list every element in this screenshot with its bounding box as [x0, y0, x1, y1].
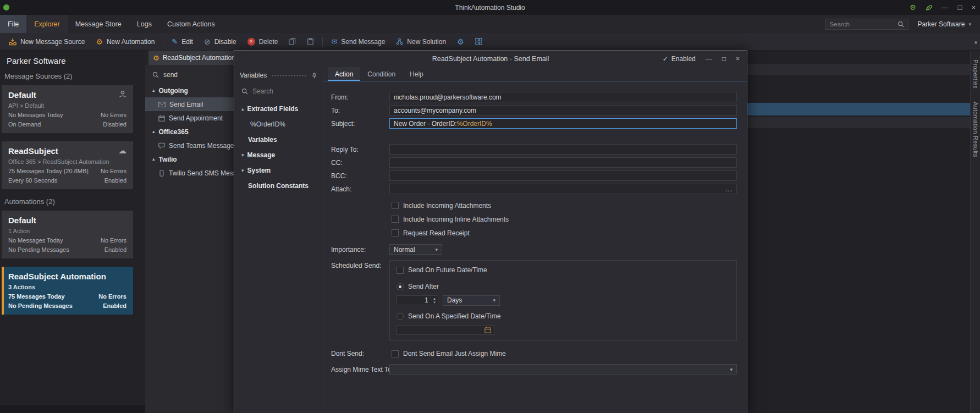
paste-button[interactable] — [301, 33, 320, 51]
send-after-amount-stepper[interactable]: 1 ▴ ▾ — [397, 295, 438, 305]
copy-icon — [289, 38, 296, 45]
new-solution-button[interactable]: New Solution — [390, 33, 452, 51]
vars-item-orderid[interactable]: %OrderID% — [234, 117, 323, 132]
tree-group-office365[interactable]: ▴ Office365 — [145, 125, 235, 139]
importance-select[interactable]: Normal ▾ — [389, 244, 442, 255]
menu-item-file[interactable]: File — [0, 15, 26, 33]
collapse-icon: ▴ — [152, 157, 155, 162]
tree-item-send-email[interactable]: Send Email — [145, 97, 235, 111]
dialog-tabs: Action Condition Help — [323, 67, 747, 81]
menu-item-explorer[interactable]: Explorer — [26, 15, 68, 33]
rail-tab-automation-results[interactable]: Automation Results — [972, 102, 979, 157]
stepper-arrows-icon[interactable]: ▴ ▾ — [431, 296, 438, 305]
dont-send-checkbox[interactable] — [392, 350, 399, 357]
account-menu[interactable]: Parker Software ▾ — [917, 20, 971, 28]
vars-group-solution-constants[interactable]: Solution Constants — [234, 178, 323, 194]
maximize-button[interactable]: □ — [958, 4, 962, 11]
send-on-specified-radio[interactable] — [397, 313, 404, 320]
menu-item-custom-actions[interactable]: Custom Actions — [159, 15, 223, 33]
vars-group-extracted-fields[interactable]: ▴ Extracted Fields — [234, 101, 323, 117]
reply-to-field[interactable] — [389, 144, 737, 155]
minimize-button[interactable]: — — [942, 4, 949, 11]
solution-settings-button[interactable]: ⚙ — [452, 33, 470, 51]
request-read-receipt-checkbox[interactable] — [392, 229, 399, 236]
disable-button[interactable]: ⊘ Disable — [199, 33, 242, 51]
sidebar-footer — [0, 405, 145, 413]
from-field[interactable]: nicholas.proud@parkersoftware.com — [389, 92, 737, 102]
attach-label: Attach: — [323, 185, 389, 193]
edit-button[interactable]: ✎ Edit — [166, 33, 199, 51]
subject-field[interactable]: New Order - OrderID: %OrderID% — [389, 118, 737, 129]
copy-button[interactable] — [283, 33, 301, 51]
bcc-label: BCC: — [323, 172, 389, 180]
actions-search-input[interactable]: send — [145, 65, 235, 84]
new-automation-button[interactable]: ⚙ New Automation — [90, 33, 160, 51]
card-stat-row: No Messages Today No Errors — [8, 112, 126, 118]
tree-group-twilio[interactable]: ▴ Twilio — [145, 152, 235, 166]
dialog-main: Action Condition Help From: nicholas.pro… — [323, 67, 747, 413]
send-email-dialog: ReadSubject Automation - Send Email ✓ En… — [234, 50, 747, 413]
dialog-maximize-button[interactable]: □ — [722, 56, 726, 62]
cc-field[interactable] — [389, 157, 737, 168]
specified-date-input[interactable] — [397, 325, 494, 335]
person-icon — [119, 90, 126, 98]
variables-search-input[interactable]: Search — [234, 84, 323, 101]
card-stat-row: 75 Messages Today No Errors — [8, 293, 126, 300]
menu-item-message-store[interactable]: Message Store — [68, 15, 129, 33]
chevron-down-icon: ▾ — [725, 367, 733, 372]
drag-grip[interactable] — [271, 74, 307, 77]
dialog-close-button[interactable]: × — [736, 56, 740, 62]
message-source-card-readsubject[interactable]: ReadSubject ☁ Office 365 > ReadSubject A… — [2, 141, 133, 189]
include-incoming-inline-attachments-checkbox[interactable] — [392, 216, 399, 223]
tab-condition[interactable]: Condition — [360, 67, 403, 81]
attach-browse-button[interactable]: ... — [725, 185, 733, 193]
delete-button[interactable]: × Delete — [242, 33, 284, 51]
tab-help[interactable]: Help — [403, 67, 431, 81]
document-tab-row: ⚙ ReadSubject Automation* — [145, 51, 235, 65]
message-source-card-default[interactable]: Default API > Default No Messages Today … — [2, 85, 133, 133]
automation-card-default[interactable]: Default 1 Action No Messages Today No Er… — [2, 211, 133, 258]
vars-group-system[interactable]: ▾ System — [234, 163, 323, 178]
collapse-ribbon-icon[interactable]: ▴ — [975, 38, 980, 45]
to-field[interactable]: accounts@mycompany.com — [389, 105, 737, 115]
vars-group-variables[interactable]: Variables — [234, 132, 323, 147]
settings-gear-icon[interactable]: ⚙ — [910, 4, 916, 11]
gear-icon: ⚙ — [457, 38, 464, 46]
attach-field[interactable]: ... — [389, 184, 737, 194]
new-message-source-button[interactable]: New Message Source — [3, 33, 90, 51]
assign-mime-select[interactable]: ▾ — [389, 364, 737, 375]
automation-card-readsubject[interactable]: ReadSubject Automation 3 Actions 75 Mess… — [2, 267, 133, 315]
dialog-minimize-button[interactable]: — — [706, 56, 712, 62]
leaf-icon[interactable] — [926, 4, 932, 11]
tab-action[interactable]: Action — [328, 67, 360, 81]
send-after-radio[interactable] — [397, 283, 404, 290]
send-after-unit-select[interactable]: Days ▾ — [443, 295, 500, 306]
chevron-down-icon: ▾ — [431, 247, 438, 252]
tree-item-twilio-send-sms[interactable]: Twilio Send SMS Messag — [145, 166, 235, 180]
tree-group-outgoing[interactable]: ▴ Outgoing — [145, 84, 235, 97]
card-stat-row: 75 Messages Today (20.8MB) No Errors — [8, 168, 126, 174]
tree-item-send-teams-message[interactable]: Send Teams Message — [145, 139, 235, 152]
send-on-future-checkbox[interactable] — [397, 267, 404, 274]
automation-document-tab[interactable]: ⚙ ReadSubject Automation* — [148, 51, 235, 65]
pin-icon[interactable] — [311, 73, 317, 79]
send-message-button[interactable]: ✉ Send Message — [326, 33, 390, 51]
tree-item-send-appointment[interactable]: Send Appointment — [145, 111, 235, 125]
bcc-field[interactable] — [389, 170, 737, 181]
dont-send-label: Dont Send: — [323, 350, 389, 357]
collapse-icon: ▴ — [241, 107, 244, 112]
close-button[interactable]: × — [971, 4, 976, 11]
vars-group-message[interactable]: ▾ Message — [234, 147, 323, 163]
enabled-checkbox[interactable]: ✓ Enabled — [663, 55, 696, 63]
send-email-form: From: nicholas.proud@parkersoftware.com … — [323, 81, 747, 377]
menu-item-logs[interactable]: Logs — [129, 15, 159, 33]
include-incoming-attachments-checkbox[interactable] — [392, 202, 399, 209]
export-button[interactable] — [470, 33, 488, 51]
scheduled-send-group: Send On Future Date/Time Send After 1 — [389, 260, 737, 341]
menubar: File Explorer Message Store Logs Custom … — [0, 15, 980, 33]
dialog-titlebar[interactable]: ReadSubject Automation - Send Email ✓ En… — [234, 51, 747, 67]
calendar-picker-icon[interactable] — [485, 327, 491, 333]
rail-tab-properties[interactable]: Properties — [972, 59, 979, 89]
paste-icon — [307, 38, 314, 45]
global-search-input[interactable]: Search — [825, 19, 909, 30]
